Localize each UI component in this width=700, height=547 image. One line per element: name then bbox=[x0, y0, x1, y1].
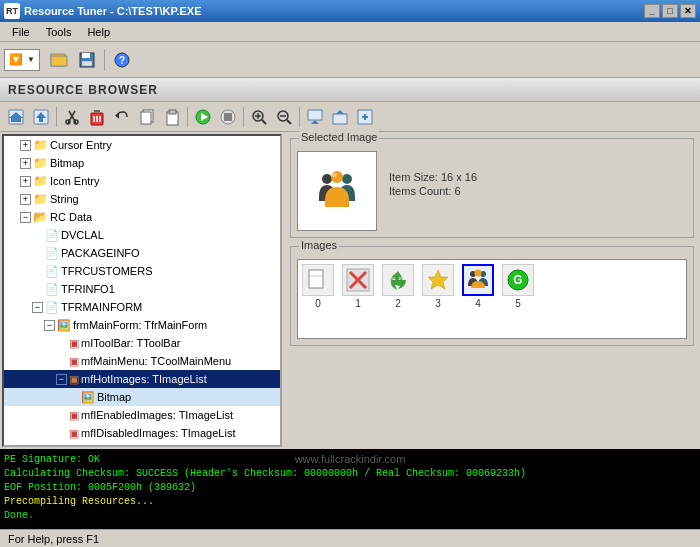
tree-item-icon[interactable]: + 📁 Icon Entry bbox=[4, 172, 280, 190]
item-icon-enabledimages: ▣ bbox=[69, 409, 79, 422]
sec-btn-play[interactable] bbox=[191, 105, 215, 129]
sec-sep3 bbox=[243, 107, 244, 127]
svg-rect-1 bbox=[51, 56, 67, 66]
image-thumb-5[interactable]: G bbox=[502, 264, 534, 296]
image-thumb-3[interactable] bbox=[422, 264, 454, 296]
console-line-4: Done. bbox=[4, 509, 696, 523]
sec-btn-export2[interactable] bbox=[328, 105, 352, 129]
tree-item-frmainform[interactable]: − 🖼️ frmMainForm: TfrMainForm bbox=[4, 316, 280, 334]
toolbar-open[interactable] bbox=[46, 47, 72, 73]
expand-bitmap[interactable]: + bbox=[20, 158, 31, 169]
sec-btn-export3[interactable] bbox=[353, 105, 377, 129]
image-thumb-2[interactable] bbox=[382, 264, 414, 296]
toolbar-save[interactable] bbox=[74, 47, 100, 73]
tree-item-packageinfo[interactable]: + 📄 PACKAGEINFO bbox=[4, 244, 280, 262]
svg-rect-4 bbox=[82, 61, 92, 66]
sec-btn-copy[interactable] bbox=[135, 105, 159, 129]
svg-text:?: ? bbox=[119, 55, 125, 66]
sec-btn-undo[interactable] bbox=[110, 105, 134, 129]
dropdown-arrow: ▼ bbox=[25, 55, 37, 64]
sec-btn-paste[interactable] bbox=[160, 105, 184, 129]
status-bar: For Help, press F1 bbox=[0, 529, 700, 547]
expand-tfrmainform[interactable]: − bbox=[32, 302, 43, 313]
tree-item-bitmap[interactable]: + 📁 Bitmap bbox=[4, 154, 280, 172]
image-index-4: 4 bbox=[475, 298, 481, 309]
menu-file[interactable]: File bbox=[4, 24, 38, 40]
sec-btn-cut[interactable] bbox=[60, 105, 84, 129]
tree-label-bitmap: Bitmap bbox=[50, 157, 84, 169]
status-text: For Help, press F1 bbox=[8, 533, 99, 545]
menu-tools[interactable]: Tools bbox=[38, 24, 80, 40]
expand-rcdata[interactable]: − bbox=[20, 212, 31, 223]
maximize-button[interactable]: □ bbox=[662, 4, 678, 18]
sec-btn-zoom-in[interactable] bbox=[247, 105, 271, 129]
close-button[interactable]: ✕ bbox=[680, 4, 696, 18]
toolbar-help[interactable]: ? bbox=[109, 47, 135, 73]
sec-btn-delete[interactable] bbox=[85, 105, 109, 129]
tree-item-enabledimages[interactable]: + ▣ mfIEnabledImages: TImageList bbox=[4, 406, 280, 424]
image-thumb-1[interactable] bbox=[342, 264, 374, 296]
expand-frmainform[interactable]: − bbox=[44, 320, 55, 331]
tree-label-string: String bbox=[50, 193, 79, 205]
image-cell-2[interactable]: 2 bbox=[382, 264, 414, 309]
images-label: Images bbox=[299, 239, 339, 251]
image-cell-0[interactable]: 0 bbox=[302, 264, 334, 309]
tree-item-mainmenu[interactable]: + ▣ mfMainMenu: TCoolMainMenu bbox=[4, 352, 280, 370]
images-grid: 0 1 bbox=[297, 259, 687, 339]
item-icon-tfrmainform: 📄 bbox=[45, 301, 59, 314]
tree-panel[interactable]: + 📁 Cursor Entry + 📁 Bitmap + 📁 Icon Ent… bbox=[2, 134, 282, 447]
tree-label-enabledimages: mfIEnabledImages: TImageList bbox=[81, 409, 233, 421]
console-line-1: Calculating Checksum: SUCCESS (Header's … bbox=[4, 467, 696, 481]
image-index-5: 5 bbox=[515, 298, 521, 309]
svg-line-34 bbox=[287, 120, 291, 124]
tree-item-disabledimages[interactable]: + ▣ mfIDisabledImages: TImageList bbox=[4, 424, 280, 442]
image-cell-5[interactable]: G 5 bbox=[502, 264, 534, 309]
svg-point-44 bbox=[322, 174, 332, 184]
tree-label-tfrinfo1: TFRINFO1 bbox=[61, 283, 115, 295]
expand-string[interactable]: + bbox=[20, 194, 31, 205]
image-cell-4[interactable]: 4 bbox=[462, 264, 494, 309]
tree-item-cursor[interactable]: + 📁 Cursor Entry bbox=[4, 136, 280, 154]
item-icon-toolbar: ▣ bbox=[69, 337, 79, 350]
main-toolbar: 🔽 ▼ ? bbox=[0, 42, 700, 78]
tree-item-tfrmainform[interactable]: − 📄 TFRMAINFORM bbox=[4, 298, 280, 316]
tree-item-toolbar[interactable]: + ▣ mIToolBar: TToolBar bbox=[4, 334, 280, 352]
image-thumb-4[interactable] bbox=[462, 264, 494, 296]
tree-label-toolbar: mIToolBar: TToolBar bbox=[81, 337, 180, 349]
expand-icon[interactable]: + bbox=[20, 176, 31, 187]
sec-sep2 bbox=[187, 107, 188, 127]
menu-help[interactable]: Help bbox=[79, 24, 118, 40]
tree-item-hotimages[interactable]: − ▣ mfHotImages: TImageList bbox=[4, 370, 280, 388]
image-thumb-0[interactable] bbox=[302, 264, 334, 296]
image-cell-1[interactable]: 1 bbox=[342, 264, 374, 309]
image-index-0: 0 bbox=[315, 298, 321, 309]
tree-label-packageinfo: PACKAGEINFO bbox=[61, 247, 140, 259]
sec-btn-up[interactable] bbox=[29, 105, 53, 129]
sec-btn-stop[interactable] bbox=[216, 105, 240, 129]
minimize-button[interactable]: _ bbox=[644, 4, 660, 18]
item-icon-mainmenu: ▣ bbox=[69, 355, 79, 368]
tree-label-dvclal: DVCLAL bbox=[61, 229, 104, 241]
console-line-0: PE Signature: OK bbox=[4, 453, 696, 467]
tree-label-mainmenu: mfMainMenu: TCoolMainMenu bbox=[81, 355, 231, 367]
tree-item-tfrinfo1[interactable]: + 📄 TFRINFO1 bbox=[4, 280, 280, 298]
expand-hotimages[interactable]: − bbox=[56, 374, 67, 385]
toolbar-dropdown[interactable]: 🔽 ▼ bbox=[4, 49, 40, 71]
app-icon: RT bbox=[4, 3, 20, 19]
sec-btn-zoom-out[interactable] bbox=[272, 105, 296, 129]
tree-label-cursor: Cursor Entry bbox=[50, 139, 112, 151]
image-cell-3[interactable]: 3 bbox=[422, 264, 454, 309]
sec-sep1 bbox=[56, 107, 57, 127]
sec-btn-export1[interactable] bbox=[303, 105, 327, 129]
tree-item-bitmap2[interactable]: + 🖼️ Bitmap bbox=[4, 388, 280, 406]
tree-item-string[interactable]: + 📁 String bbox=[4, 190, 280, 208]
expand-cursor[interactable]: + bbox=[20, 140, 31, 151]
tree-item-rcdata[interactable]: − 📂 RC Data bbox=[4, 208, 280, 226]
sec-btn-home[interactable] bbox=[4, 105, 28, 129]
svg-point-56 bbox=[475, 270, 482, 277]
tree-item-dvclal[interactable]: + 📄 DVCLAL bbox=[4, 226, 280, 244]
item-size: Item Size: 16 x 16 bbox=[389, 171, 477, 183]
items-count: Items Count: 6 bbox=[389, 185, 477, 197]
tree-item-tfrcustomers[interactable]: + 📄 TFRCUSTOMERS bbox=[4, 262, 280, 280]
item-icon-tfrcustomers: 📄 bbox=[45, 265, 59, 278]
